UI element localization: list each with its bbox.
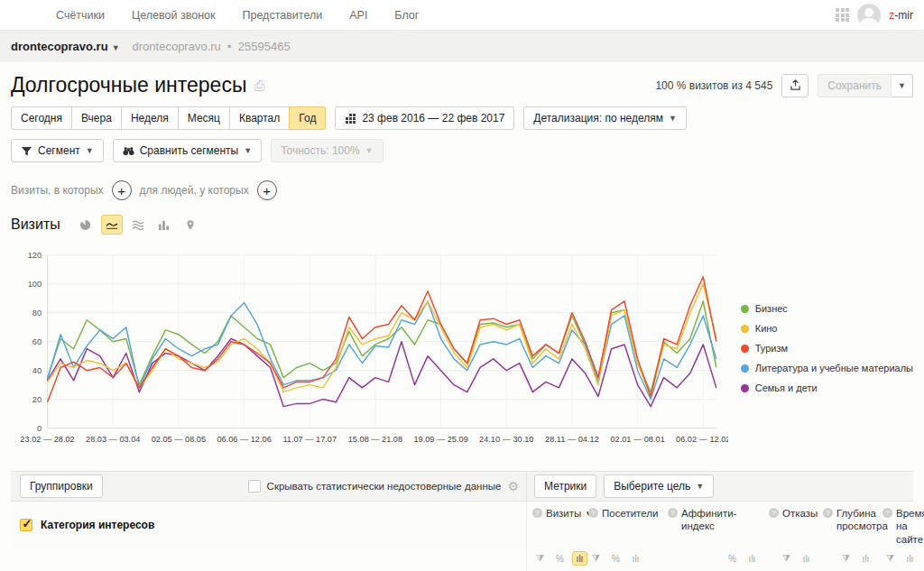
funnel-icon [21, 145, 32, 157]
column-header-time[interactable]: ?Время на сайте [882, 507, 924, 546]
choose-goal-dropdown[interactable]: Выберите цель ▼ [604, 474, 714, 498]
hide-unreliable-checkbox[interactable] [248, 480, 261, 493]
dimension-checkbox[interactable] [20, 519, 32, 531]
legend-label: Литература и учебные материалы [755, 363, 913, 373]
legend-dot [741, 364, 749, 373]
legend-item-3[interactable]: Литература и учебные материалы [741, 363, 913, 373]
pie-chart-icon[interactable] [75, 215, 97, 235]
visits-condition-label: Визиты, в которых [11, 184, 104, 197]
column-header-depth[interactable]: ?Глубина просмотра [823, 507, 882, 546]
people-condition-label: для людей, у которых [140, 184, 249, 197]
series-line-3[interactable] [48, 301, 716, 400]
chart-legend: БизнесКиноТуризмЛитература и учебные мат… [741, 303, 913, 460]
groupings-button[interactable]: Группировки [20, 474, 103, 498]
bar-chart-icon[interactable] [153, 215, 175, 235]
bars-view-icon[interactable]: ılı [799, 551, 814, 566]
percent-view-icon[interactable]: % [552, 551, 568, 566]
svg-text:0: 0 [37, 424, 42, 433]
tab-quarter[interactable]: Квартал [229, 106, 290, 130]
svg-text:60: 60 [32, 337, 42, 346]
calendar-icon [345, 113, 356, 124]
legend-item-4[interactable]: Семья и дети [741, 382, 913, 393]
period-tabs: Сегодня Вчера Неделя Месяц Квартал Год [11, 106, 326, 130]
legend-dot [741, 345, 749, 353]
bars-view-icon[interactable]: ılı [628, 551, 643, 566]
svg-text:06.02 — 12.02: 06.02 — 12.02 [676, 435, 728, 444]
percent-view-icon[interactable]: % [608, 551, 624, 566]
export-icon [790, 79, 801, 91]
metrics-button[interactable]: Метрики [534, 474, 596, 498]
column-header-visitors[interactable]: ?Посетители [588, 507, 668, 546]
legend-item-1[interactable]: Кино [741, 323, 913, 334]
hide-unreliable-label: Скрывать статистически недостоверные дан… [267, 481, 502, 492]
apps-grid-icon[interactable] [836, 8, 849, 22]
detail-dropdown[interactable]: Детализация: по неделям ▼ [523, 106, 687, 130]
username[interactable]: z-mir [889, 9, 913, 22]
filter-funnel-icon[interactable]: ⧩ [838, 551, 854, 566]
svg-text:100: 100 [28, 280, 42, 289]
legend-label: Кино [755, 323, 778, 334]
series-line-4[interactable] [48, 338, 716, 406]
percent-view-icon[interactable]: % [725, 551, 740, 566]
filter-funnel-icon[interactable]: ⧩ [532, 551, 548, 566]
legend-dot [741, 325, 749, 333]
map-pin-icon[interactable] [180, 215, 201, 235]
segment-button[interactable]: Сегмент ▼ [11, 139, 104, 162]
help-icon: ? [882, 508, 892, 518]
save-button[interactable]: Сохранить [818, 74, 892, 97]
nav-link-blog[interactable]: Блог [394, 9, 419, 22]
tab-week[interactable]: Неделя [121, 106, 179, 130]
compare-segments-button[interactable]: Сравнить сегменты ▼ [113, 139, 262, 162]
series-line-2[interactable] [48, 277, 716, 402]
counter-id: drontecopravo.ru • 25595465 [133, 40, 291, 53]
bars-view-icon[interactable]: ılı [744, 551, 760, 566]
svg-text:120: 120 [28, 251, 42, 260]
avatar[interactable] [857, 4, 881, 27]
date-range-button[interactable]: 23 фев 2016 — 22 фев 2017 [335, 106, 514, 130]
add-people-condition-button[interactable]: + [257, 180, 277, 200]
legend-label: Семья и дети [755, 382, 818, 393]
chevron-down-icon: ▼ [112, 43, 120, 52]
stacked-area-icon[interactable] [127, 215, 149, 235]
nav-link-api[interactable]: API [349, 9, 367, 22]
tab-year[interactable]: Год [289, 106, 326, 130]
line-chart-icon[interactable] [101, 215, 123, 235]
bookmark-icon[interactable]: ⎙ [254, 78, 264, 94]
nav-link-representatives[interactable]: Представители [242, 9, 322, 22]
svg-text:02.05 — 08.05: 02.05 — 08.05 [152, 435, 206, 444]
accuracy-dropdown[interactable]: Точность: 100% ▼ [271, 139, 383, 162]
save-menu-button[interactable]: ▼ [892, 74, 913, 97]
tab-today[interactable]: Сегодня [11, 106, 72, 130]
counter-selector[interactable]: drontecopravo.ru▼ [11, 40, 120, 53]
svg-text:02.01 — 08.01: 02.01 — 08.01 [610, 435, 664, 444]
column-header-affinity[interactable]: ?Аффинити-индекс [668, 507, 769, 546]
svg-text:11.07 — 17.07: 11.07 — 17.07 [282, 435, 337, 444]
svg-text:15.08 — 21.08: 15.08 — 21.08 [348, 435, 402, 444]
gear-icon[interactable]: ⚙ [507, 479, 519, 493]
help-icon: ? [532, 508, 542, 518]
filter-funnel-icon[interactable]: ⧩ [588, 551, 604, 566]
filter-funnel-icon[interactable]: ⧩ [779, 551, 794, 566]
tab-yesterday[interactable]: Вчера [71, 106, 122, 130]
filter-funnel-icon[interactable]: ⧩ [882, 551, 898, 566]
bars-view-icon[interactable]: ılı [858, 551, 873, 566]
legend-item-2[interactable]: Туризм [741, 343, 913, 354]
help-icon: ? [588, 508, 598, 518]
chart-title: Визиты [11, 216, 60, 233]
column-header-visits[interactable]: ?Визиты▼ [532, 507, 588, 546]
bars-view-icon[interactable]: ılı [902, 551, 918, 566]
column-header-bounces[interactable]: ?Отказы [769, 507, 823, 546]
bars-view-icon[interactable]: ılı [572, 551, 587, 566]
nav-link-target-call[interactable]: Целевой звонок [132, 9, 215, 22]
binoculars-icon [123, 145, 134, 157]
tab-month[interactable]: Месяц [178, 106, 230, 130]
help-icon: ? [668, 508, 678, 518]
svg-text:19.09 — 25.09: 19.09 — 25.09 [413, 435, 467, 444]
legend-item-0[interactable]: Бизнес [741, 303, 913, 314]
nav-link-counters[interactable]: Счётчики [56, 9, 105, 22]
svg-text:80: 80 [32, 309, 42, 318]
chevron-down-icon: ▼ [86, 146, 94, 155]
legend-dot [741, 305, 749, 313]
export-button[interactable] [781, 74, 808, 97]
add-visit-condition-button[interactable]: + [112, 180, 132, 200]
